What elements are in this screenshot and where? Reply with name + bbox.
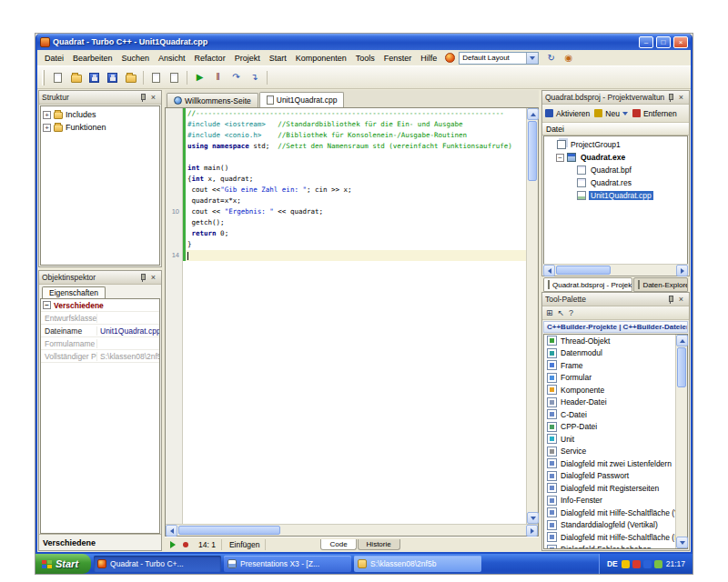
scroll-left-icon[interactable] <box>543 265 555 276</box>
tab-eigenschaften[interactable]: Eigenschaften <box>42 286 106 298</box>
projektverwaltung-caption[interactable]: Quadrat.bdsproj - Projektverwaltung × <box>542 91 689 105</box>
editor-vertical-scrollbar[interactable] <box>526 108 538 524</box>
aktivieren-button[interactable]: Aktivieren <box>545 109 590 118</box>
palette-item[interactable]: Dialogfeld mit Hilfe-Schaltfläche (Verti… <box>544 507 675 519</box>
palette-item[interactable]: CPP-Datei <box>544 421 675 434</box>
clock[interactable]: 21:17 <box>666 559 685 568</box>
tray-antivirus-icon[interactable] <box>632 560 641 568</box>
close-panel-icon[interactable]: × <box>148 93 158 103</box>
palette-item[interactable]: Frame <box>544 359 675 372</box>
save-desktop-icon[interactable]: ↻ <box>542 49 560 66</box>
start-button[interactable]: Start <box>35 554 91 574</box>
scroll-thumb[interactable] <box>556 266 611 275</box>
project-horizontal-scrollbar[interactable] <box>543 264 688 276</box>
pin-icon[interactable] <box>138 93 147 103</box>
palette-item[interactable]: Header-Datei <box>544 396 675 409</box>
run-icon[interactable]: ▶ <box>191 69 208 86</box>
project-tree-item[interactable]: Quadrat.res <box>544 176 687 189</box>
code-editor-fill[interactable] <box>166 261 526 524</box>
tool-palette-caption[interactable]: Tool-Palette × <box>542 293 689 306</box>
expand-icon[interactable]: + <box>43 111 51 119</box>
code-text[interactable]: //--------------------------------------… <box>186 108 526 119</box>
code-text[interactable]: getch(); <box>186 217 526 228</box>
gutter-cell[interactable] <box>166 196 183 206</box>
code-text[interactable]: } <box>186 239 526 250</box>
scroll-down-icon[interactable] <box>527 512 539 524</box>
menu-item-fenster[interactable]: Fenster <box>379 52 417 65</box>
language-indicator[interactable]: DE <box>607 559 618 568</box>
layout-selector[interactable]: Default Layout <box>459 52 539 65</box>
menu-item-bearbeiten[interactable]: Bearbeiten <box>68 52 117 65</box>
chevron-down-icon[interactable] <box>526 53 538 64</box>
palette-vertical-scrollbar[interactable] <box>675 335 687 548</box>
palette-category-header[interactable]: C++Builder-Projekte | C++Builder-Dateien <box>543 321 688 333</box>
file-column-header[interactable]: Datei <box>542 123 689 135</box>
palette-item[interactable]: Dialogfeld mit zwei Listenfeldern <box>544 457 675 470</box>
gutter-cell[interactable] <box>166 130 183 141</box>
project-tree-item[interactable]: ProjectGroup1 <box>544 138 687 151</box>
project-tree-item[interactable]: Unit1Quadrat.cpp <box>544 189 687 202</box>
save-all-icon[interactable] <box>104 69 121 86</box>
scroll-thumb[interactable] <box>528 121 537 181</box>
scroll-up-icon[interactable] <box>527 108 539 120</box>
gutter-cell[interactable] <box>166 239 183 250</box>
editor-tab[interactable]: Unit1Quadrat.cpp <box>259 92 345 107</box>
code-text[interactable]: {int x, quadrat; <box>186 174 526 185</box>
tray-volume-icon[interactable] <box>654 560 662 568</box>
palette-item[interactable]: Formular <box>544 372 675 385</box>
entfernen-button[interactable]: Entfernen <box>632 109 677 118</box>
menu-item-refactor[interactable]: Refactor <box>190 52 230 65</box>
code-text[interactable]: int main() <box>186 163 526 174</box>
code-editor[interactable]: //--------------------------------------… <box>166 108 526 524</box>
pause-icon[interactable]: ‖ <box>209 69 227 86</box>
gutter-cell[interactable] <box>166 228 183 239</box>
menu-item-komponenten[interactable]: Komponenten <box>291 52 351 65</box>
code-text[interactable] <box>186 250 526 261</box>
code-text[interactable]: cout << "Ergebnis: " << quadrat; <box>186 206 526 217</box>
property-row[interactable]: Formularname <box>41 337 159 350</box>
palette-item[interactable]: Dialogfeld Passwort <box>544 470 675 483</box>
palette-item[interactable]: C-Datei <box>544 408 675 421</box>
taskbar-task-button[interactable]: Quadrat - Turbo C+... <box>94 556 221 572</box>
project-tree-item[interactable]: −Quadrat.exe <box>544 151 687 164</box>
editor-horizontal-scrollbar[interactable] <box>166 524 538 536</box>
scroll-thumb[interactable] <box>178 526 280 535</box>
tab-daten-explorer[interactable]: Daten-Explorer <box>633 277 688 292</box>
collapse-icon[interactable]: − <box>556 154 564 162</box>
palette-item[interactable]: Thread-Objekt <box>544 335 675 347</box>
code-text[interactable]: #include <conio.h> //Bibliothek für Kons… <box>186 130 526 141</box>
expand-icon[interactable]: + <box>43 124 51 132</box>
close-button[interactable]: × <box>673 36 688 48</box>
property-row[interactable]: DateinameUnit1Quadrat.cpp <box>41 325 159 337</box>
code-text[interactable]: using namespace std; //Setzt den Namensr… <box>186 141 526 152</box>
palette-item[interactable]: Standarddialogfeld (Vertikal) <box>544 519 675 532</box>
menu-item-hilfe[interactable]: Hilfe <box>416 52 441 65</box>
palette-item[interactable]: Service <box>544 446 675 458</box>
minimize-button[interactable]: – <box>639 36 653 48</box>
struktur-item[interactable]: +Funktionen <box>43 121 157 134</box>
struktur-caption[interactable]: Struktur × <box>39 91 161 105</box>
pin-icon[interactable] <box>138 273 147 283</box>
taskbar-task-button[interactable]: S:\klassen08\2nf5b <box>354 556 481 572</box>
gutter-cell[interactable] <box>166 217 183 228</box>
project-tree-item[interactable]: Quadrat.bpf <box>544 164 687 176</box>
gutter-cell[interactable] <box>166 185 183 196</box>
menu-item-datei[interactable]: Datei <box>40 52 68 65</box>
palette-item[interactable]: Info-Fenster <box>544 495 675 507</box>
neu-button[interactable]: Neu <box>594 109 628 118</box>
open-project-icon[interactable] <box>122 69 139 86</box>
menu-item-suchen[interactable]: Suchen <box>117 52 155 65</box>
objektinspektor-caption[interactable]: Objektinspektor × <box>39 271 161 285</box>
scroll-down-icon[interactable] <box>676 537 688 548</box>
gutter-cell[interactable] <box>166 152 183 163</box>
scroll-thumb[interactable] <box>677 347 686 387</box>
property-row[interactable]: Vollständiger PfadS:\klassen08\2nf5b\Qua… <box>41 350 159 363</box>
scroll-up-icon[interactable] <box>676 335 688 346</box>
palette-filter-icon[interactable]: ⊞ <box>546 308 553 317</box>
close-panel-icon[interactable]: × <box>676 93 686 103</box>
add-to-project-icon[interactable] <box>147 69 165 86</box>
open-file-icon[interactable] <box>67 69 85 86</box>
new-file-icon[interactable] <box>49 69 66 86</box>
scroll-right-icon[interactable] <box>526 525 538 537</box>
tab-quadrat-bdsproj-projektve-[interactable]: Quadrat.bdsproj - Projektve... <box>543 277 632 292</box>
